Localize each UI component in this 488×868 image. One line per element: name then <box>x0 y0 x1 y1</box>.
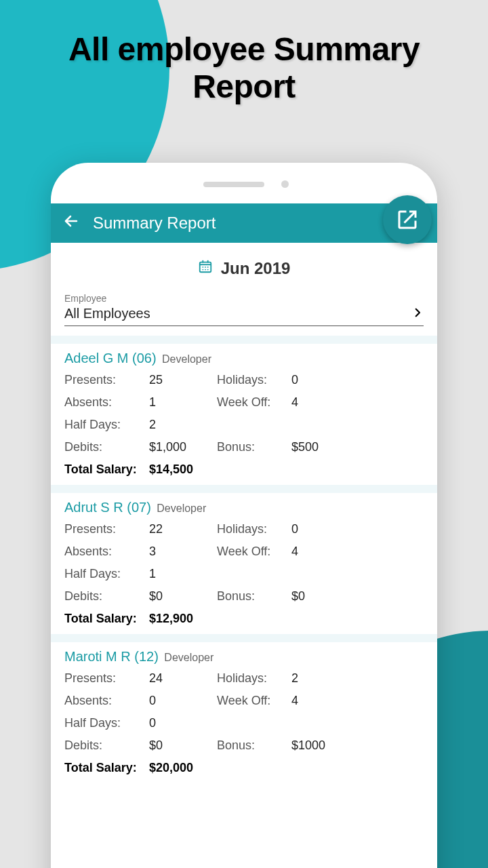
presents-label: Presents: <box>64 522 149 536</box>
weekoff-label: Week Off: <box>217 545 291 559</box>
promo-title: All employee Summary Report <box>0 0 488 105</box>
employee-role: Developer <box>162 353 211 365</box>
phone-camera <box>281 180 289 188</box>
holidays-value: 2 <box>291 671 352 686</box>
debits-label: Debits: <box>64 440 149 454</box>
share-button[interactable] <box>383 195 432 244</box>
holidays-label: Holidays: <box>217 373 291 387</box>
separator <box>51 336 437 344</box>
month-selector[interactable]: Jun 2019 <box>60 243 428 293</box>
weekoff-value: 4 <box>291 694 352 708</box>
total-value: $14,500 <box>149 462 424 477</box>
employee-card: Maroti M R (12) Developer Presents: 24 H… <box>60 642 428 778</box>
separator <box>51 485 437 493</box>
absents-label: Absents: <box>64 694 149 708</box>
halfdays-label: Half Days: <box>64 418 149 432</box>
employee-card: Adeel G M (06) Developer Presents: 25 Ho… <box>60 344 428 479</box>
phone-speaker <box>203 182 264 187</box>
app-bar: Summary Report <box>51 203 437 243</box>
absents-value: 1 <box>149 395 217 410</box>
debits-value: $0 <box>149 738 217 753</box>
page-title: Summary Report <box>93 214 396 233</box>
halfdays-value: 0 <box>149 716 217 730</box>
bonus-value: $0 <box>291 589 352 604</box>
svg-point-7 <box>207 267 208 268</box>
stat-grid: Presents: 24 Holidays: 2 Absents: 0 Week… <box>64 671 424 753</box>
svg-point-8 <box>202 269 203 271</box>
bonus-value: $500 <box>291 440 352 454</box>
absents-value: 0 <box>149 694 217 708</box>
weekoff-label: Week Off: <box>217 694 291 708</box>
presents-label: Presents: <box>64 373 149 387</box>
debits-value: $1,000 <box>149 440 217 454</box>
total-row: Total Salary: $14,500 <box>64 462 424 477</box>
employee-filter[interactable]: Employee All Employees <box>60 293 428 330</box>
absents-label: Absents: <box>64 545 149 559</box>
halfdays-value: 2 <box>149 418 217 432</box>
employee-header: Maroti M R (12) Developer <box>64 649 424 665</box>
absents-label: Absents: <box>64 395 149 410</box>
separator <box>51 634 437 642</box>
presents-value: 22 <box>149 522 217 536</box>
total-row: Total Salary: $20,000 <box>64 761 424 775</box>
svg-point-9 <box>205 269 206 271</box>
debits-label: Debits: <box>64 589 149 604</box>
month-label: Jun 2019 <box>221 259 291 278</box>
presents-value: 24 <box>149 671 217 686</box>
svg-point-6 <box>205 267 206 268</box>
filter-value: All Employees <box>64 306 150 321</box>
bonus-label: Bonus: <box>217 738 291 753</box>
total-value: $20,000 <box>149 761 424 775</box>
employee-header: Adrut S R (07) Developer <box>64 500 424 515</box>
chevron-right-icon <box>411 304 424 323</box>
employee-role: Developer <box>157 502 206 514</box>
employee-card: Adrut S R (07) Developer Presents: 22 Ho… <box>60 493 428 629</box>
halfdays-label: Half Days: <box>64 716 149 730</box>
debits-label: Debits: <box>64 738 149 753</box>
presents-value: 25 <box>149 373 217 387</box>
total-label: Total Salary: <box>64 761 149 775</box>
employee-header: Adeel G M (06) Developer <box>64 351 424 366</box>
weekoff-value: 4 <box>291 395 352 410</box>
total-label: Total Salary: <box>64 462 149 477</box>
calendar-icon <box>198 259 213 278</box>
holidays-label: Holidays: <box>217 671 291 686</box>
employee-name: Adrut S R (07) <box>64 500 151 515</box>
bonus-value: $1000 <box>291 738 352 753</box>
employee-name: Adeel G M (06) <box>64 351 157 366</box>
filter-label: Employee <box>64 293 424 304</box>
bonus-label: Bonus: <box>217 589 291 604</box>
stat-grid: Presents: 22 Holidays: 0 Absents: 3 Week… <box>64 522 424 604</box>
holidays-value: 0 <box>291 373 352 387</box>
svg-point-5 <box>202 267 203 268</box>
svg-point-10 <box>207 269 208 271</box>
total-row: Total Salary: $12,900 <box>64 612 424 626</box>
total-value: $12,900 <box>149 612 424 626</box>
phone-frame: Summary Report Jun 2019 Employee All Emp… <box>51 163 437 868</box>
back-icon[interactable] <box>63 213 79 234</box>
bonus-label: Bonus: <box>217 440 291 454</box>
halfdays-value: 1 <box>149 567 217 581</box>
total-label: Total Salary: <box>64 612 149 626</box>
holidays-label: Holidays: <box>217 522 291 536</box>
stat-grid: Presents: 25 Holidays: 0 Absents: 1 Week… <box>64 373 424 454</box>
weekoff-value: 4 <box>291 545 352 559</box>
absents-value: 3 <box>149 545 217 559</box>
holidays-value: 0 <box>291 522 352 536</box>
employee-name: Maroti M R (12) <box>64 649 159 664</box>
weekoff-label: Week Off: <box>217 395 291 410</box>
presents-label: Presents: <box>64 671 149 686</box>
employee-role: Developer <box>164 652 214 663</box>
debits-value: $0 <box>149 589 217 604</box>
halfdays-label: Half Days: <box>64 567 149 581</box>
